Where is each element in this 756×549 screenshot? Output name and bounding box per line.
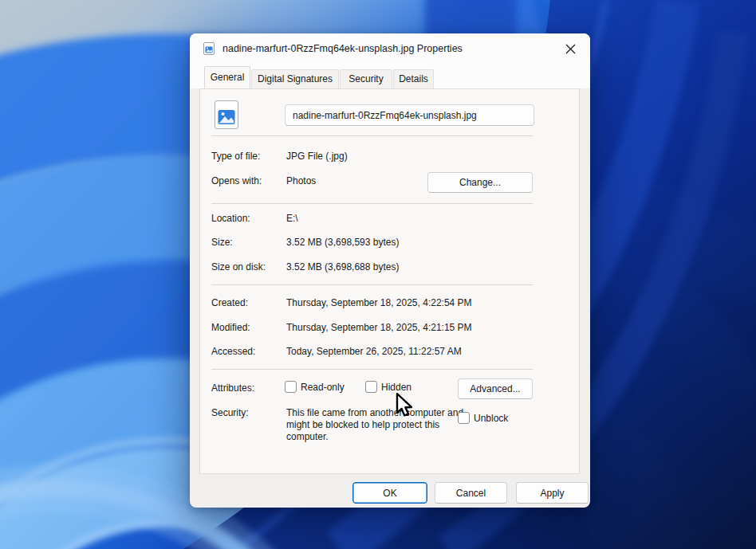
unblock-checkbox[interactable]: [458, 412, 470, 424]
tab-security[interactable]: Security: [340, 69, 392, 88]
image-file-icon: [203, 42, 215, 55]
divider: [211, 135, 533, 136]
ok-button[interactable]: OK: [352, 482, 427, 504]
advanced-button[interactable]: Advanced...: [458, 378, 533, 399]
unblock-label: Unblock: [474, 413, 508, 424]
attributes-label: Attributes:: [211, 382, 254, 394]
image-file-icon-large: [211, 100, 242, 130]
created-value: Thursday, September 18, 2025, 4:22:54 PM: [286, 297, 472, 308]
opens-with-label: Opens with:: [211, 175, 262, 186]
divider: [211, 369, 533, 370]
location-value: E:\: [286, 213, 298, 224]
tab-general[interactable]: General: [204, 66, 250, 88]
opens-with-value: Photos: [286, 175, 316, 186]
general-tab-page: Type of file: JPG File (.jpg) Opens with…: [199, 88, 580, 474]
properties-dialog: nadine-marfurt-0RzzFmq64ek-unsplash.jpg …: [190, 33, 590, 508]
mouse-cursor: [395, 392, 415, 419]
accessed-label: Accessed:: [211, 346, 255, 357]
filename-input[interactable]: [285, 104, 534, 126]
type-of-file-value: JPG File (.jpg): [286, 151, 348, 162]
modified-value: Thursday, September 18, 2025, 4:21:15 PM: [286, 322, 472, 333]
location-label: Location:: [211, 213, 250, 224]
size-value: 3.52 MB (3,698,593 bytes): [286, 237, 399, 248]
size-on-disk-label: Size on disk:: [211, 261, 266, 273]
cancel-button[interactable]: Cancel: [435, 482, 507, 504]
hidden-checkbox[interactable]: [365, 381, 377, 393]
title-bar[interactable]: nadine-marfurt-0RzzFmq64ek-unsplash.jpg …: [190, 33, 590, 64]
security-label: Security:: [211, 407, 249, 418]
read-only-checkbox[interactable]: [285, 381, 297, 393]
size-label: Size:: [211, 237, 233, 248]
security-text: This file came from another computer and…: [286, 407, 468, 443]
type-of-file-label: Type of file:: [211, 151, 260, 162]
unblock-checkbox-row: Unblock: [458, 412, 508, 424]
window-title: nadine-marfurt-0RzzFmq64ek-unsplash.jpg …: [222, 43, 463, 54]
divider: [211, 284, 533, 285]
modified-label: Modified:: [211, 322, 250, 333]
apply-button[interactable]: Apply: [516, 482, 589, 504]
divider: [211, 203, 533, 204]
accessed-value: Today, September 26, 2025, 11:22:57 AM: [286, 346, 462, 357]
read-only-label: Read-only: [301, 382, 345, 393]
hidden-label: Hidden: [381, 382, 411, 393]
close-icon: [565, 44, 576, 54]
tab-details[interactable]: Details: [393, 69, 434, 88]
created-label: Created:: [211, 297, 248, 308]
hidden-checkbox-row: Hidden: [365, 381, 411, 393]
read-only-checkbox-row: Read-only: [285, 381, 345, 393]
change-button[interactable]: Change...: [427, 172, 533, 193]
tab-strip: General Digital Signatures Security Deta…: [190, 64, 590, 88]
size-on-disk-value: 3.52 MB (3,698,688 bytes): [286, 261, 399, 273]
tab-digital-signatures[interactable]: Digital Signatures: [251, 69, 339, 88]
close-button[interactable]: [558, 37, 582, 60]
